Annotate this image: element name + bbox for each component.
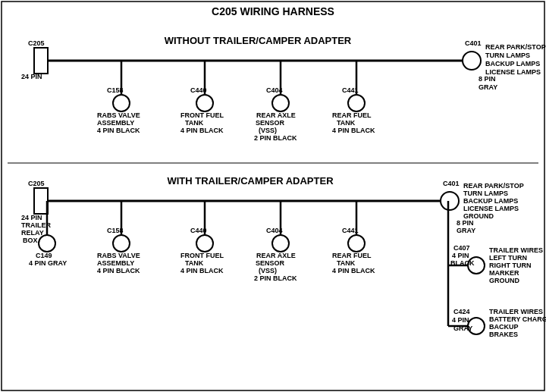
svg-text:SENSOR: SENSOR (256, 259, 285, 267)
c158-top-circle (113, 95, 130, 111)
c205-top-rect (34, 48, 48, 74)
svg-text:TURN LAMPS: TURN LAMPS (485, 52, 530, 59)
svg-text:(VSS): (VSS) (259, 127, 277, 134)
c441-bot-label: C441 (342, 227, 359, 234)
c205-top-sublabel: 24 PIN (21, 73, 42, 80)
c407-pin-label: 4 PIN (452, 252, 469, 259)
c440-bot-circle (196, 235, 213, 252)
c440-bot-sublabel1: FRONT FUEL (180, 252, 224, 259)
svg-text:TURN LAMPS: TURN LAMPS (463, 190, 508, 197)
c205-bot-label: C205 (28, 180, 45, 187)
svg-text:BLACK: BLACK (450, 259, 475, 267)
svg-text:4 PIN BLACK: 4 PIN BLACK (332, 267, 375, 274)
section1-label: WITHOUT TRAILER/CAMPER ADAPTER (165, 35, 352, 46)
c158-bot-sublabel1: RABS VALVE (97, 252, 140, 259)
svg-text:GROUND: GROUND (489, 277, 519, 284)
c441-bot-sublabel1: REAR FUEL (332, 252, 372, 259)
c440-top-sublabel1: FRONT FUEL (180, 111, 224, 119)
c158-top-label: C158 (107, 86, 124, 94)
trailer-relay-label: TRAILER (21, 221, 51, 229)
page-title: C205 WIRING HARNESS (212, 5, 334, 17)
c401-bot-label: C401 (443, 180, 460, 187)
svg-text:TANK: TANK (337, 259, 356, 267)
svg-text:BACKUP LAMPS: BACKUP LAMPS (463, 197, 518, 205)
c149-sublabel: 4 PIN GRAY (29, 259, 67, 267)
svg-text:ASSEMBLY: ASSEMBLY (97, 259, 134, 267)
svg-text:RIGHT TURN: RIGHT TURN (489, 262, 532, 269)
c440-bot-label: C440 (190, 227, 207, 234)
c407-label: C407 (453, 244, 470, 252)
c158-bot-label: C158 (107, 227, 124, 234)
c424-label: C424 (453, 308, 470, 315)
c149-label: C149 (36, 252, 52, 259)
svg-text:GRAY: GRAY (479, 83, 497, 91)
svg-text:BACKUP: BACKUP (489, 323, 519, 331)
c404-top-label: C404 (266, 86, 283, 94)
svg-text:BACKUP LAMPS: BACKUP LAMPS (485, 60, 540, 67)
svg-text:LEFT TURN: LEFT TURN (489, 254, 527, 262)
c404-bot-label: C404 (266, 227, 283, 234)
svg-text:SENSOR: SENSOR (256, 119, 285, 127)
c424-pin-label: 4 PIN (452, 316, 469, 324)
c401-bot-pin-label: 8 PIN (457, 219, 474, 227)
svg-text:GRAY: GRAY (457, 227, 475, 234)
c401-bot-circle (441, 192, 459, 210)
c407-desc1: TRAILER WIRES (489, 246, 543, 254)
c441-top-sublabel1: REAR FUEL (332, 111, 372, 119)
c401-top-pin-label: 8 PIN (479, 75, 496, 83)
c441-top-label: C441 (342, 86, 359, 94)
svg-text:(VSS): (VSS) (259, 267, 277, 274)
c404-bot-sublabel1: REAR AXLE (256, 252, 296, 259)
svg-text:ASSEMBLY: ASSEMBLY (97, 119, 134, 127)
svg-text:LICENSE LAMPS: LICENSE LAMPS (463, 205, 519, 212)
c424-desc1: TRAILER WIRES (489, 308, 543, 315)
svg-text:2 PIN BLACK: 2 PIN BLACK (254, 274, 297, 282)
section2-label: WITH TRAILER/CAMPER ADAPTER (167, 175, 334, 187)
svg-text:BOX: BOX (23, 237, 38, 244)
c440-top-label: C440 (190, 86, 207, 94)
svg-text:2 PIN BLACK: 2 PIN BLACK (254, 134, 297, 142)
c149-circle (39, 235, 55, 252)
c401-top-desc: REAR PARK/STOP (485, 43, 546, 51)
c404-top-circle (272, 95, 289, 111)
svg-text:GRAY: GRAY (453, 325, 472, 332)
svg-text:4 PIN BLACK: 4 PIN BLACK (97, 127, 140, 134)
c205-bot-sublabel: 24 PIN (21, 214, 42, 221)
svg-text:4 PIN BLACK: 4 PIN BLACK (180, 267, 224, 274)
c441-bot-circle (348, 235, 365, 252)
svg-text:BRAKES: BRAKES (489, 331, 518, 338)
svg-text:4 PIN BLACK: 4 PIN BLACK (97, 267, 140, 274)
c158-bot-circle (113, 235, 130, 252)
svg-text:TANK: TANK (185, 119, 204, 127)
c401-top-circle (463, 52, 481, 70)
svg-text:4 PIN BLACK: 4 PIN BLACK (332, 127, 375, 134)
svg-text:MARKER: MARKER (489, 269, 519, 277)
svg-text:TANK: TANK (337, 119, 356, 127)
svg-text:RELAY: RELAY (21, 229, 44, 237)
svg-text:4 PIN BLACK: 4 PIN BLACK (180, 127, 224, 134)
c205-bot-rect (34, 188, 48, 214)
c158-top-sublabel1: RABS VALVE (97, 111, 140, 119)
c441-top-circle (348, 95, 365, 111)
c205-top-label: C205 (28, 39, 45, 47)
c401-top-label: C401 (465, 39, 482, 47)
c401-bot-desc1: REAR PARK/STOP (463, 182, 524, 190)
c404-bot-circle (272, 235, 289, 252)
svg-text:TANK: TANK (185, 259, 204, 267)
svg-text:BATTERY CHARGE: BATTERY CHARGE (489, 315, 546, 323)
c404-top-sublabel1: REAR AXLE (256, 111, 296, 119)
c440-top-circle (196, 95, 213, 111)
